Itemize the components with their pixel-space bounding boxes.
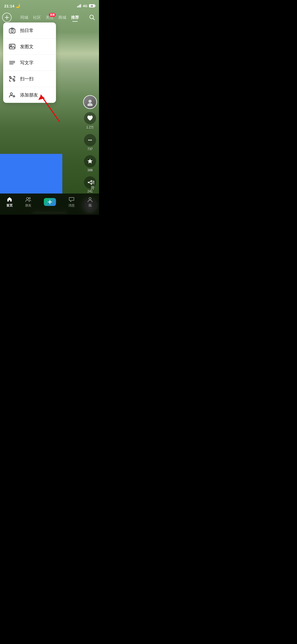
photo-daily-label: 拍日常 bbox=[20, 27, 34, 34]
time-label: 21:14 bbox=[4, 4, 14, 8]
add-friend-label: 添加朋友 bbox=[20, 92, 38, 98]
author-avatar[interactable] bbox=[83, 95, 97, 109]
scan-label: 扫一扫 bbox=[20, 76, 34, 82]
svg-point-27 bbox=[89, 140, 91, 141]
live-badge: 直播 bbox=[49, 13, 56, 17]
comment-count: 737 bbox=[87, 147, 93, 151]
svg-point-25 bbox=[87, 103, 93, 106]
svg-point-39 bbox=[89, 197, 91, 200]
battery-level: 22 bbox=[91, 5, 93, 7]
signal-icon bbox=[77, 4, 81, 7]
friends-icon bbox=[25, 196, 31, 202]
svg-rect-1 bbox=[78, 6, 79, 7]
add-content-button[interactable] bbox=[2, 13, 12, 22]
profile-icon bbox=[87, 196, 93, 202]
favorite-button[interactable]: 388 bbox=[84, 155, 96, 172]
moon-icon: 🌙 bbox=[15, 3, 20, 8]
star-icon bbox=[84, 155, 96, 167]
svg-rect-3 bbox=[80, 4, 81, 7]
svg-point-26 bbox=[88, 140, 89, 141]
nav-item-tuijian[interactable]: 推荐 bbox=[69, 14, 81, 21]
add-friend-icon bbox=[8, 91, 16, 99]
write-text-label: 写文字 bbox=[20, 60, 34, 66]
nav-item-guanzhu[interactable]: 关注 直播 bbox=[44, 14, 56, 21]
nav-messages[interactable]: 消息 bbox=[68, 196, 75, 208]
post-image-label: 发图文 bbox=[20, 44, 34, 50]
menu-item-photo-daily[interactable]: 拍日常 bbox=[3, 22, 56, 39]
svg-rect-12 bbox=[10, 45, 12, 47]
nav-profile[interactable]: 我 bbox=[87, 196, 93, 208]
nav-item-tongcheng[interactable]: 同城 bbox=[18, 14, 30, 21]
image-icon bbox=[8, 43, 16, 50]
svg-point-35 bbox=[26, 197, 29, 200]
friends-label: 朋友 bbox=[25, 203, 31, 208]
nav-home[interactable]: 首页 bbox=[6, 196, 13, 208]
svg-point-19 bbox=[10, 93, 12, 95]
comment-icon bbox=[84, 134, 96, 146]
nav-items: 同城 社区 关注 直播 商城 推荐 bbox=[12, 14, 87, 21]
svg-rect-17 bbox=[10, 77, 11, 78]
battery-icon: 22 bbox=[89, 4, 95, 7]
svg-rect-18 bbox=[13, 79, 14, 80]
comment-button[interactable]: 737 bbox=[84, 134, 96, 151]
menu-item-scan[interactable]: 扫一扫 bbox=[3, 71, 56, 87]
svg-line-7 bbox=[93, 18, 95, 20]
blue-banner bbox=[0, 154, 62, 194]
svg-rect-0 bbox=[77, 6, 78, 7]
menu-item-post-image[interactable]: 发图文 bbox=[3, 39, 56, 55]
search-button[interactable] bbox=[87, 13, 97, 22]
menu-item-write-text[interactable]: 写文字 bbox=[3, 55, 56, 71]
status-time: 21:14 🌙 bbox=[4, 3, 20, 8]
svg-point-28 bbox=[91, 140, 92, 141]
content-text-1: 烧 bbox=[91, 180, 95, 185]
svg-point-36 bbox=[29, 197, 30, 199]
svg-point-32 bbox=[88, 182, 89, 183]
network-label: 4G bbox=[83, 4, 87, 8]
nav-item-shangcheng[interactable]: 商城 bbox=[56, 14, 68, 21]
camera-icon bbox=[8, 27, 16, 34]
like-button[interactable]: 1.2万 bbox=[84, 112, 96, 130]
bottom-navigation: 首页 朋友 消息 我 bbox=[0, 194, 99, 215]
top-navigation: 同城 社区 关注 直播 商城 推荐 bbox=[0, 12, 99, 23]
nav-add-post[interactable] bbox=[44, 198, 56, 206]
heart-icon bbox=[84, 112, 96, 124]
dropdown-menu: 拍日常 发图文 写文字 bbox=[3, 22, 56, 103]
profile-label: 我 bbox=[88, 203, 92, 208]
plus-icon bbox=[47, 199, 53, 205]
messages-label: 消息 bbox=[68, 203, 75, 208]
svg-point-24 bbox=[88, 100, 92, 103]
scan-icon bbox=[8, 75, 16, 82]
status-bar: 21:14 🌙 4G 22 bbox=[0, 0, 99, 12]
menu-item-add-friend[interactable]: 添加朋友 bbox=[3, 87, 56, 103]
favorite-count: 388 bbox=[87, 168, 93, 172]
status-icons: 4G 22 bbox=[77, 4, 95, 8]
svg-rect-2 bbox=[79, 5, 80, 7]
add-post-button[interactable] bbox=[44, 198, 56, 206]
nav-item-shequ[interactable]: 社区 bbox=[31, 14, 43, 21]
content-text-overlay: 烧 开 bbox=[91, 180, 95, 191]
svg-point-10 bbox=[14, 29, 14, 30]
content-text-2: 开 bbox=[91, 185, 95, 191]
like-count: 1.2万 bbox=[86, 125, 94, 130]
svg-rect-8 bbox=[9, 29, 15, 33]
svg-point-9 bbox=[11, 30, 13, 32]
home-icon bbox=[7, 196, 12, 202]
svg-marker-29 bbox=[88, 159, 93, 164]
text-icon bbox=[8, 59, 16, 66]
nav-friends[interactable]: 朋友 bbox=[25, 196, 31, 208]
home-label: 首页 bbox=[6, 203, 13, 208]
messages-icon bbox=[69, 196, 74, 202]
